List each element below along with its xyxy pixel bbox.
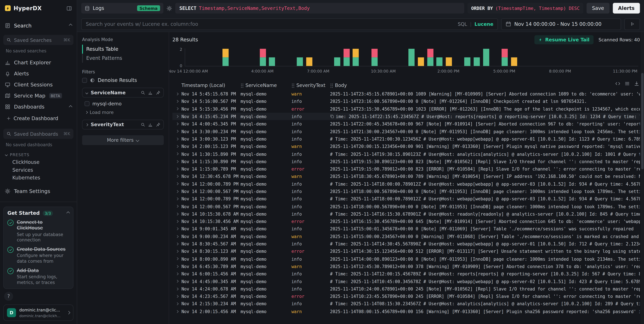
histogram-bar[interactable] xyxy=(334,57,340,66)
help-button[interactable]: ? xyxy=(4,292,13,301)
histogram-bar[interactable] xyxy=(446,57,452,66)
schema-badge[interactable]: Schema xyxy=(137,5,160,11)
table-row[interactable]: Nov 14 8:30:45.567 AMmysql-demoinfo# Tim… xyxy=(172,240,640,248)
expand-row-icon[interactable] xyxy=(172,168,182,170)
histogram-bar[interactable] xyxy=(502,49,508,66)
sidebar-item-alerts[interactable]: Alerts xyxy=(3,68,74,79)
save-button[interactable]: Save xyxy=(586,3,610,13)
histogram-bar[interactable] xyxy=(474,57,480,66)
sidebar-item-search[interactable]: Search xyxy=(3,21,74,29)
drag-handle-icon[interactable] xyxy=(330,83,333,88)
pin-icon[interactable] xyxy=(156,123,160,127)
checkbox[interactable] xyxy=(84,101,90,106)
resume-live-tail-button[interactable]: Resume Live Tail xyxy=(534,35,594,44)
saved-dashboards-input[interactable]: Saved Dashboards ⌘K xyxy=(3,129,74,139)
code-icon[interactable] xyxy=(615,81,620,86)
table-row[interactable]: Nov 14 12:00:00.789 PMmysql-demoinfo# Ti… xyxy=(172,195,640,203)
scrollbar[interactable] xyxy=(641,32,644,324)
table-row[interactable]: Nov 14 12:00:00.567 PMmysql-demoinfo2025… xyxy=(172,203,640,210)
expand-row-icon[interactable] xyxy=(172,281,182,282)
expand-row-icon[interactable] xyxy=(172,250,182,252)
column-header-servicename[interactable]: ServiceName xyxy=(240,82,291,88)
drag-handle-icon[interactable] xyxy=(240,83,243,88)
sidebar-item-client-sessions[interactable]: Client Sessions xyxy=(3,79,74,90)
expand-row-icon[interactable] xyxy=(172,146,182,147)
table-row[interactable]: Nov 14 12:30:45.678 PMmysql-demowarn2025… xyxy=(172,172,640,180)
table-row[interactable]: Nov 14 5:16:00.567 PMmysql-demoinfo2025-… xyxy=(172,98,640,105)
table-row[interactable]: Nov 14 8:00:00.890 AMmysql-demoinfo2025-… xyxy=(172,255,640,263)
download-icon[interactable] xyxy=(634,81,639,86)
table-row[interactable]: Nov 14 3:30:00.234 PMmysql-demoinfo2025-… xyxy=(172,128,640,135)
histogram-bar[interactable] xyxy=(511,57,517,66)
table-row[interactable]: Nov 14 6:00:15.456 AMmysql-demoinfo# Tim… xyxy=(172,270,640,278)
histogram-bar[interactable] xyxy=(408,49,415,66)
expand-row-icon[interactable] xyxy=(172,288,182,290)
table-row[interactable]: Nov 14 4:24:00.678 AMmysql-demoinfo2025-… xyxy=(172,285,640,293)
table-row[interactable]: Nov 14 1:15:00.789 PMmysql-demoerror2025… xyxy=(172,165,640,173)
histogram-bar[interactable] xyxy=(306,57,312,66)
expand-row-icon[interactable] xyxy=(172,183,182,185)
presets-section-toggle[interactable]: PRESETS xyxy=(3,153,74,157)
expand-row-icon[interactable] xyxy=(172,311,182,312)
expand-row-icon[interactable] xyxy=(172,101,182,102)
histogram-bar[interactable] xyxy=(371,49,378,66)
table-row[interactable]: Nov 14 4:00:45.345 PMmysql-demoinfo2025-… xyxy=(172,120,640,128)
table-row[interactable]: Nov 14 12:00:00.567 PMmysql-demoinfo2025… xyxy=(172,188,640,195)
column-header-body[interactable]: Body xyxy=(330,82,609,88)
expand-row-icon[interactable] xyxy=(172,175,182,177)
copy-icon[interactable] xyxy=(330,114,334,119)
expand-row-icon[interactable] xyxy=(172,115,182,117)
table-row[interactable]: Nov 14 6:45:30.789 AMmysql-demowarn2025-… xyxy=(172,263,640,270)
table-row[interactable]: Nov 14 8:30:15.123 AMmysql-demoerror2025… xyxy=(172,248,640,255)
get-started-item[interactable]: Add DataStart sending logs, metrics, or … xyxy=(8,268,69,286)
expand-row-icon[interactable] xyxy=(172,190,182,192)
search-input[interactable] xyxy=(86,21,454,27)
get-started-header[interactable]: Get Started 3/3 xyxy=(8,210,69,216)
saved-searches-input[interactable]: Saved Searches ⌘K xyxy=(3,35,74,45)
table-row[interactable]: Nov 14 4:45:00.345 AMmysql-demoinfo# Tim… xyxy=(172,278,640,285)
expand-row-icon[interactable] xyxy=(172,303,182,305)
sql-mode-toggle[interactable]: SQL xyxy=(458,21,467,27)
table-row[interactable]: Nov 14 1:30:15.890 PMmysql-demoinfo# Tim… xyxy=(172,150,640,158)
column-header-severitytext[interactable]: SeverityText xyxy=(292,82,330,88)
table-row[interactable]: Nov 14 2:15:30.234 AMmysql-demoinfo# Tim… xyxy=(172,300,640,308)
order-by-display[interactable]: ORDER BY (TimestampTime, Timestamp) DESC xyxy=(468,3,584,13)
histogram-bar[interactable] xyxy=(483,49,489,66)
histogram-bar[interactable] xyxy=(418,57,424,66)
pin-icon[interactable] xyxy=(156,90,160,95)
drag-handle-icon[interactable] xyxy=(292,83,294,88)
expand-row-icon[interactable] xyxy=(172,198,182,200)
source-selector[interactable]: Logs Schema xyxy=(81,3,163,13)
filter-search-icon[interactable] xyxy=(140,90,145,95)
lucene-mode-toggle[interactable]: Lucene xyxy=(474,21,494,27)
expand-row-icon[interactable] xyxy=(172,123,182,125)
table-row[interactable]: Nov 14 4:23:45.567 AMmysql-demoerror2025… xyxy=(172,293,640,300)
expand-row-icon[interactable] xyxy=(172,161,182,162)
table-row[interactable]: Nov 14 5:45:15.678 PMmysql-demowarn2025-… xyxy=(172,90,640,98)
preset-services[interactable]: Services xyxy=(3,166,74,174)
table-row[interactable]: Nov 14 10:15:30.456 AMmysql-demoerror202… xyxy=(172,218,640,225)
user-menu[interactable]: D dominic.tran@clic... dominic.tran@clic… xyxy=(3,305,74,321)
filter-group-header[interactable]: SeverityText xyxy=(82,120,164,130)
expand-row-icon[interactable] xyxy=(172,138,182,140)
expand-row-icon[interactable] xyxy=(172,228,182,230)
table-row[interactable]: Nov 14 9:00:01.345 AMmysql-demoinfo2025-… xyxy=(172,225,640,233)
sidebar-item-dashboards[interactable]: Dashboards xyxy=(3,101,74,112)
table-row[interactable]: Nov 14 2:00:15.123 PMmysql-demowarn2025-… xyxy=(172,143,640,150)
histogram-bar[interactable] xyxy=(427,49,434,66)
expand-row-icon[interactable] xyxy=(172,235,182,237)
analysis-mode-event-patterns[interactable]: Event Patterns xyxy=(82,54,164,63)
sidebar-item-chart-explorer[interactable]: Chart Explorer xyxy=(3,57,74,68)
create-dashboard-button[interactable]: Create Dashboard xyxy=(3,114,74,124)
filter-group-header[interactable]: ServiceName xyxy=(82,88,164,98)
histogram-bar[interactable] xyxy=(436,57,443,66)
scrollbar-thumb[interactable] xyxy=(641,73,644,169)
filter-option-mysql-demo[interactable]: mysql-demo xyxy=(84,101,164,107)
load-more[interactable]: Load more xyxy=(86,110,164,115)
table-row[interactable]: Nov 14 3:00:30.123 PMmysql-demoinfo# Tim… xyxy=(172,135,640,143)
histogram-bar[interactable] xyxy=(464,57,470,66)
source-settings-icon[interactable] xyxy=(166,5,172,11)
table-row[interactable]: Nov 14 4:15:45.234 PMmysql-demoinfoime: … xyxy=(172,113,640,120)
expand-row-icon[interactable] xyxy=(172,93,182,95)
get-started-item[interactable]: Create Data SourcesConfigure where your … xyxy=(8,246,69,264)
